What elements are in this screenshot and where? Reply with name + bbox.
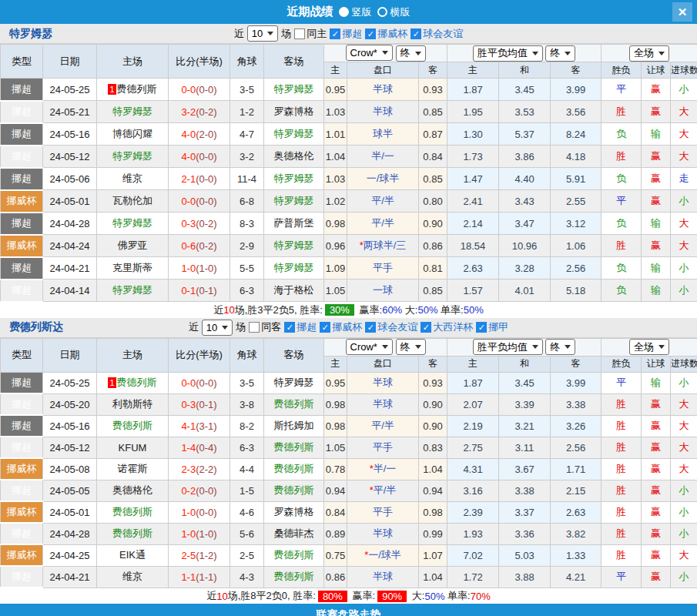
league-filter-checkbox[interactable]: ✓挪甲 (476, 320, 508, 334)
col-odds-home: 主 (447, 62, 499, 79)
checkbox-checked-icon: ✓ (421, 322, 431, 333)
match-date: 24-04-25 (43, 544, 97, 566)
match-date: 24-05-21 (43, 101, 97, 123)
checkbox-unchecked-icon (294, 28, 305, 39)
result-overunder: 小 (671, 79, 697, 101)
competition-type: 挪超 (1, 168, 43, 190)
avg-time-select[interactable]: 终 (545, 339, 575, 355)
away-team-name: 费德列斯 (274, 398, 314, 410)
home-handicap-odds: 1.09 (324, 257, 347, 280)
league-filter-checkbox[interactable]: ✓球会友谊 (365, 320, 417, 334)
competition-type: 挪超 (1, 101, 43, 123)
away-team-name: 罗森博格 (274, 105, 314, 117)
results-table-0: 类型 日期 主场 比分(半场) 角球 客场 Crow* 终 胜平负均值 终 全场 (0, 44, 697, 303)
away-team: 特罗姆瑟 (264, 257, 324, 280)
league-filter-checkbox[interactable]: ✓挪威杯 (320, 320, 362, 334)
same-venue-checkbox[interactable]: 同主 (294, 27, 327, 41)
league-filter-label: 挪超 (342, 27, 362, 41)
col-score: 比分(半场) (169, 45, 230, 79)
result-handicap: 赢 (642, 437, 671, 458)
avg-select[interactable]: 胜平负均值 (473, 45, 543, 62)
odds-time-select[interactable]: 终 (396, 45, 426, 62)
match-row: 挪超24-05-12KFUM1-4(0-4)6-3费德列斯1.05平手0.832… (1, 437, 697, 458)
win-odds: 1.57 (447, 280, 499, 302)
match-date: 24-05-25 (43, 372, 97, 393)
footer-bar[interactable]: 联赛盘路走势 (0, 604, 697, 616)
handicap-name: 半球 (373, 571, 393, 582)
match-row: 挪超24-05-21特罗姆瑟3-2(0-2)1-2罗森博格1.03半球0.851… (1, 101, 697, 123)
league-filter-checkbox[interactable]: ✓挪威杯 (365, 27, 407, 41)
result-wdl: 负 (601, 257, 642, 280)
away-team: 特罗姆瑟 (264, 79, 324, 101)
corners: 1-5 (230, 480, 264, 501)
avg-time-select[interactable]: 终 (545, 45, 575, 62)
away-team: 特罗姆瑟 (264, 168, 324, 190)
radio-horizontal-label: 横版 (390, 5, 410, 19)
away-handicap-odds: 0.90 (419, 415, 447, 437)
home-team-name: 特罗姆瑟 (112, 150, 152, 162)
close-button[interactable]: ✕ (672, 2, 692, 22)
league-filter-checkbox[interactable]: ✓挪超 (284, 320, 317, 334)
result-overunder: 小 (671, 257, 697, 280)
result-wdl: 胜 (601, 393, 642, 415)
home-team: 特罗姆瑟 (97, 280, 169, 302)
col-handicap-line: 盘口 (347, 62, 419, 79)
handicap-name: 平手 (373, 506, 393, 517)
away-handicap-odds: 1.04 (419, 458, 447, 480)
match-date: 24-05-01 (43, 501, 97, 523)
match-count-select[interactable]: 10 (202, 320, 233, 336)
layout-radio-horizontal[interactable]: 横版 (377, 5, 410, 19)
home-team-name: 特罗姆瑟 (112, 284, 152, 296)
layout-radio-vertical[interactable]: 竖版 (339, 5, 372, 19)
same-venue-label: 同客 (261, 320, 281, 334)
handicap-line: *一/球半 (347, 544, 419, 566)
draw-odds: 3.47 (499, 213, 551, 235)
away-handicap-odds: 0.81 (419, 257, 447, 280)
league-filter-checkbox[interactable]: ✓球会友谊 (410, 27, 463, 41)
match-count-select[interactable]: 10 (247, 25, 278, 42)
col-odds-draw: 和 (499, 62, 551, 79)
league-filter-checkbox[interactable]: ✓大西洋杯 (421, 320, 473, 334)
corners: 3-5 (230, 79, 264, 101)
scope-select[interactable]: 全场 (629, 45, 669, 62)
away-handicap-odds: 0.84 (419, 146, 447, 168)
halftime-score: (2-0) (196, 129, 216, 140)
league-filter-checkbox[interactable]: ✓挪超 (330, 27, 362, 41)
competition-type: 挪超 (1, 480, 43, 501)
bookmaker-select[interactable]: Crow* (346, 45, 393, 61)
avg-select[interactable]: 胜平负均值 (473, 339, 543, 355)
draw-odds: 4.40 (499, 168, 551, 190)
chevron-down-icon (658, 345, 665, 349)
lose-odds: 1.71 (551, 458, 601, 480)
scope-select[interactable]: 全场 (629, 339, 669, 355)
away-handicap-odds: 0.94 (419, 480, 447, 501)
halftime-score: (0-2) (196, 218, 216, 229)
chevron-down-icon (415, 345, 421, 349)
corners: 4-3 (230, 566, 264, 588)
handicap-group-header: Crow* 终 (324, 45, 447, 62)
result-handicap: 输 (642, 280, 671, 302)
result-group-header: 全场 (601, 45, 697, 62)
chevron-down-icon (267, 32, 273, 35)
halftime-score: (0-0) (196, 84, 216, 95)
result-overunder: 小 (671, 501, 697, 523)
corners: 3-2 (230, 146, 264, 168)
score: 1-0(1-0) (169, 257, 230, 280)
summary-segment: 60% (382, 304, 402, 316)
away-team: 特罗姆瑟 (264, 235, 324, 257)
league-filter-label: 球会友谊 (423, 27, 463, 41)
away-team-name: 特罗姆瑟 (274, 172, 314, 184)
lose-odds: 2.56 (551, 257, 601, 280)
result-overunder: 小 (671, 480, 697, 501)
same-venue-checkbox[interactable]: 同客 (249, 320, 281, 334)
checkbox-checked-icon: ✓ (476, 322, 487, 333)
result-wdl: 胜 (601, 480, 642, 501)
col-corner: 角球 (230, 45, 264, 79)
odds-time-select[interactable]: 终 (396, 339, 426, 355)
bookmaker-select[interactable]: Crow* (346, 339, 393, 355)
draw-odds: 3.86 (499, 146, 551, 168)
draw-odds: 3.38 (499, 480, 551, 501)
recent-results-panel: 近期战绩 竖版 横版 ✕ 特罗姆瑟 近10场同主✓挪超✓挪威杯✓球会友谊 类型 … (0, 0, 697, 616)
home-handicap-odds: 1.02 (324, 190, 347, 213)
filter-bar-0: 近10场同主✓挪超✓挪威杯✓球会友谊 (0, 25, 697, 42)
